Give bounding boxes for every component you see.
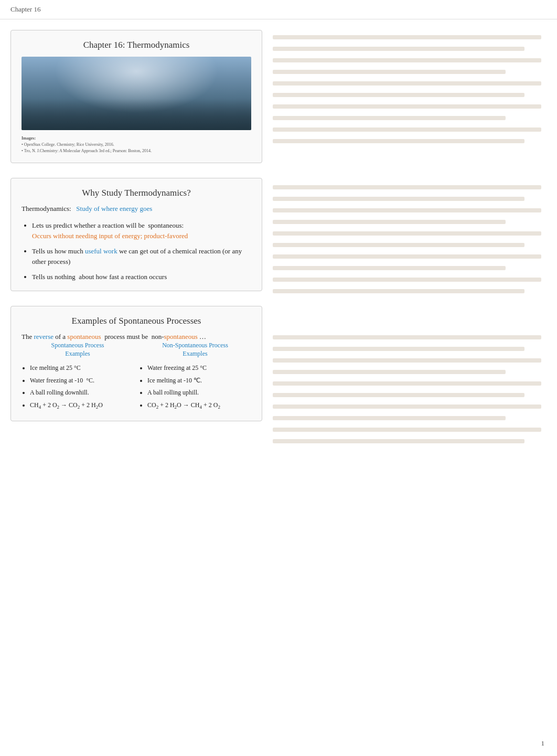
credit-bullet-2: • Tro, N. J.Chemistry: A Molecular Appro… [22, 148, 152, 153]
col1-item-2: Water freezing at -10 °C. [30, 375, 134, 387]
placeholder-line [273, 439, 524, 443]
placeholder-line [273, 393, 524, 397]
image-credits: Images: • OpenStax College. Chemistry; R… [22, 135, 251, 154]
right-column [273, 30, 547, 458]
placeholder-line [273, 243, 524, 247]
bullet2-text: Tells us how much useful work we can get… [32, 247, 242, 265]
placeholder-line [273, 335, 541, 339]
slide3-title: Examples of Spontaneous Processes [22, 316, 251, 326]
placeholder-line [273, 278, 541, 282]
col1: Spontaneous ProcessExamples Ice melting … [22, 341, 134, 413]
col1-item-1: Ice melting at 25 °C [30, 363, 134, 374]
placeholder-line [273, 116, 506, 120]
col1-item-3: A ball rolling downhill. [30, 387, 134, 399]
main-layout: Chapter 16: Thermodynamics Images: • Ope… [0, 19, 557, 458]
right-section-spacer-1 [273, 161, 547, 182]
spontaneous-word: spontaneous [67, 333, 101, 340]
right-section-spacer-2 [273, 311, 547, 332]
placeholder-line [273, 381, 541, 386]
placeholder-line [273, 139, 524, 143]
thermo-highlight: Study of where energy goes [76, 205, 152, 212]
chapter-label: Chapter 16 [10, 5, 40, 13]
bullet-3: Tells us nothing about how fast a reacti… [32, 272, 251, 282]
credit-bullet-1: • OpenStax College. Chemistry; Rice Univ… [22, 142, 114, 147]
placeholder-line [273, 404, 541, 409]
col2-item-3: A ball rolling uphill. [147, 387, 251, 399]
slide2-title: Why Study Thermodynamics? [22, 188, 251, 198]
right-section-1 [273, 35, 547, 147]
placeholder-line [273, 58, 541, 62]
slide-card-2: Why Study Thermodynamics? Thermodynamics… [10, 178, 262, 291]
col1-item-4: CH4 + 2 O2 → CO2 + 2 H2O [30, 400, 134, 412]
bullet-1: Lets us predict whether a reaction will … [32, 220, 251, 241]
placeholder-line [273, 358, 541, 363]
bullet1-highlight: Occurs without needing input of energy; … [32, 232, 188, 240]
slide1-image [22, 57, 251, 130]
placeholder-line [273, 231, 541, 236]
reverse-word: reverse [34, 333, 53, 340]
slide1-title: Chapter 16: Thermodynamics [22, 40, 251, 50]
col1-list: Ice melting at 25 °C Water freezing at -… [22, 363, 134, 411]
credits-label: Images: [22, 136, 36, 141]
slide-card-1: Chapter 16: Thermodynamics Images: • Ope… [10, 30, 262, 163]
placeholder-line [273, 185, 541, 189]
col2-item-2: Ice melting at -10 ℃. [147, 375, 251, 387]
placeholder-line [273, 104, 541, 109]
col2-list: Water freezing at 25 °C Ice melting at -… [139, 363, 251, 411]
placeholder-line [273, 347, 524, 351]
slide-card-3: Examples of Spontaneous Processes The re… [10, 306, 262, 422]
placeholder-line [273, 47, 524, 51]
right-section-3 [273, 335, 547, 448]
col2-header: Non-Spontaneous ProcessExamples [139, 341, 251, 359]
placeholder-line [273, 127, 541, 132]
placeholder-line [273, 220, 506, 224]
placeholder-line [273, 81, 541, 86]
examples-grid: Spontaneous ProcessExamples Ice melting … [22, 341, 251, 413]
placeholder-line [273, 428, 541, 432]
placeholder-line [273, 93, 524, 97]
page-header: Chapter 16 [0, 0, 557, 19]
col2: Non-Spontaneous ProcessExamples Water fr… [139, 341, 251, 413]
slide2-bullets: Lets us predict whether a reaction will … [22, 220, 251, 282]
thermo-label: Thermodynamics: [22, 205, 71, 212]
col1-header: Spontaneous ProcessExamples [22, 341, 134, 359]
slide3-intro: The reverse of a spontaneous process mus… [22, 333, 251, 341]
col2-item-4: CO2 + 2 H2O → CH4 + 2 O2 [147, 400, 251, 412]
col2-item-1: Water freezing at 25 °C [147, 363, 251, 374]
placeholder-line [273, 289, 524, 293]
placeholder-line [273, 416, 506, 420]
placeholder-line [273, 208, 541, 212]
bullet-2: Tells us how much useful work we can get… [32, 246, 251, 267]
placeholder-line [273, 370, 506, 374]
placeholder-line [273, 35, 541, 39]
right-section-2 [273, 185, 547, 297]
placeholder-line [273, 266, 506, 270]
bullet1-text: Lets us predict whether a reaction will … [32, 221, 184, 229]
useful-work-highlight: useful work [85, 247, 117, 255]
slide2-intro: Thermodynamics: Study of where energy go… [22, 205, 251, 213]
image-figure [22, 57, 251, 130]
bullet3-text: Tells us nothing about how fast a reacti… [32, 273, 167, 281]
left-column: Chapter 16: Thermodynamics Images: • Ope… [10, 30, 262, 458]
page-number: 1 [541, 739, 545, 748]
placeholder-line [273, 197, 524, 201]
placeholder-line [273, 70, 506, 74]
placeholder-line [273, 254, 541, 259]
spontaneous-word2: spontaneous [164, 333, 198, 340]
